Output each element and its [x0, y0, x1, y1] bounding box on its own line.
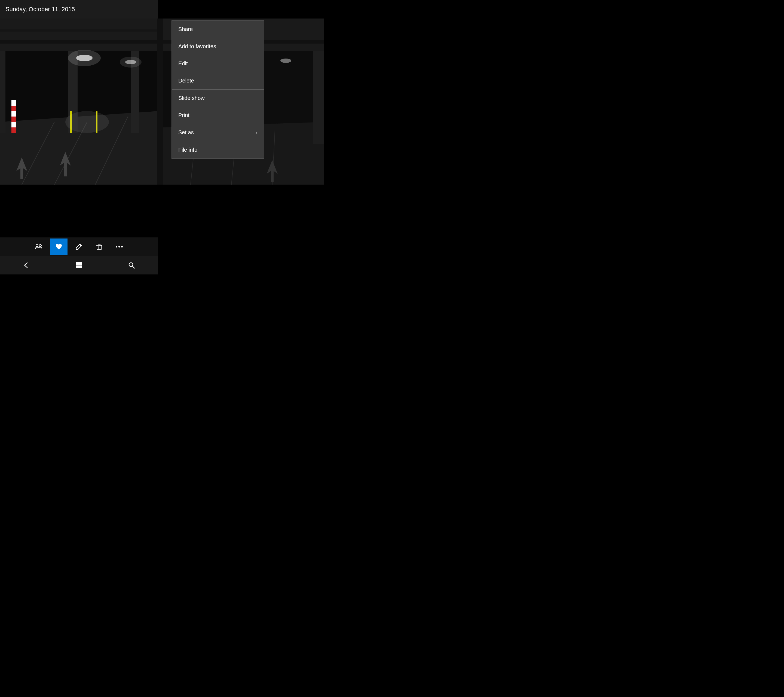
svg-point-33	[280, 59, 291, 63]
menu-item-slide-show[interactable]: Slide show	[172, 90, 264, 107]
menu-item-delete-label: Delete	[178, 77, 194, 84]
menu-item-set-as[interactable]: Set as ›	[172, 124, 264, 141]
toolbar-delete-button[interactable]	[91, 239, 108, 255]
menu-item-slide-show-label: Slide show	[178, 95, 205, 101]
share-icon	[35, 243, 43, 250]
menu-item-set-as-arrow: ›	[256, 130, 257, 135]
svg-rect-38	[157, 18, 163, 185]
svg-rect-42	[97, 245, 101, 250]
windows-icon	[76, 262, 82, 269]
menu-item-edit[interactable]: Edit	[172, 55, 264, 72]
trash-icon	[95, 243, 103, 250]
back-button[interactable]	[18, 257, 35, 274]
toolbar	[0, 237, 158, 256]
svg-point-25	[120, 57, 142, 68]
svg-rect-52	[76, 265, 79, 268]
back-icon	[23, 262, 30, 269]
svg-rect-53	[79, 265, 82, 268]
svg-rect-1	[0, 18, 158, 51]
toolbar-edit-button[interactable]	[70, 239, 88, 255]
windows-button[interactable]	[71, 257, 87, 274]
toolbar-share-button[interactable]	[30, 239, 47, 255]
menu-item-share-label: Share	[178, 26, 193, 32]
svg-rect-30	[313, 51, 324, 144]
svg-rect-2	[0, 40, 158, 44]
system-bar	[0, 256, 158, 274]
photo-area	[0, 18, 324, 185]
toolbar-more-button[interactable]	[110, 239, 128, 255]
svg-point-48	[119, 246, 120, 247]
svg-line-55	[133, 266, 135, 269]
svg-point-39	[36, 244, 38, 247]
header: Sunday, October 11, 2015	[0, 0, 158, 18]
search-button[interactable]	[124, 257, 140, 274]
menu-item-file-info[interactable]: File info	[172, 141, 264, 158]
svg-point-47	[116, 246, 117, 247]
context-menu: Share Add to favorites Edit Delete Slide…	[171, 20, 264, 159]
svg-rect-51	[79, 262, 82, 265]
svg-rect-44	[98, 244, 100, 245]
svg-point-49	[121, 246, 123, 247]
svg-point-40	[39, 244, 41, 247]
menu-item-set-as-label: Set as	[178, 129, 194, 135]
toolbar-favorite-button[interactable]	[50, 239, 68, 255]
svg-rect-50	[76, 262, 79, 265]
menu-item-add-to-favorites-label: Add to favorites	[178, 43, 216, 49]
edit-icon	[75, 243, 83, 250]
svg-rect-20	[12, 122, 16, 127]
menu-item-add-to-favorites[interactable]: Add to favorites	[172, 38, 264, 55]
heart-icon	[55, 243, 63, 250]
parking-image	[0, 18, 324, 185]
header-date: Sunday, October 11, 2015	[5, 6, 75, 13]
svg-rect-3	[0, 30, 158, 31]
svg-rect-19	[12, 111, 16, 117]
menu-item-print[interactable]: Print	[172, 107, 264, 124]
svg-point-23	[65, 111, 109, 133]
menu-item-share[interactable]: Share	[172, 21, 264, 38]
menu-item-print-label: Print	[178, 112, 189, 119]
svg-rect-11	[0, 51, 5, 133]
svg-rect-18	[12, 100, 16, 105]
menu-item-edit-label: Edit	[178, 61, 188, 67]
search-icon	[128, 262, 135, 269]
svg-point-22	[68, 50, 101, 66]
more-icon	[115, 246, 123, 248]
menu-item-delete[interactable]: Delete	[172, 72, 264, 89]
menu-item-file-info-label: File info	[178, 147, 198, 153]
